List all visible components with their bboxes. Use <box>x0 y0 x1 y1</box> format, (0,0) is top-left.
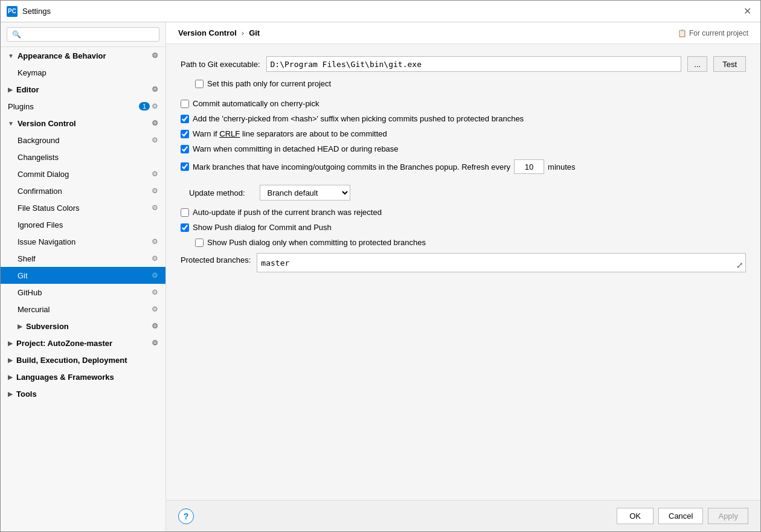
chevron-right-icon: ▶ <box>8 357 13 364</box>
settings-icon: ⚙ <box>150 51 159 60</box>
auto-update-label[interactable]: Auto-update if push of the current branc… <box>193 208 382 217</box>
minutes-label: minutes <box>548 162 576 171</box>
settings-icon: ⚙ <box>150 101 159 111</box>
sidebar-item-keymap[interactable]: Keymap <box>1 64 165 81</box>
settings-content: Path to Git executable: ... Test Set thi… <box>166 44 760 500</box>
show-push-protected-row: Show Push dialog only when committing to… <box>195 238 746 247</box>
show-push-dialog-label[interactable]: Show Push dialog for Commit and Push <box>193 223 332 232</box>
breadcrumb: Version Control › Git 📋 For current proj… <box>166 22 760 44</box>
sidebar-item-languages[interactable]: ▶ Languages & Frameworks <box>1 368 165 385</box>
apply-button[interactable]: Apply <box>708 508 748 524</box>
set-path-only-row: Set this path only for current project <box>195 79 746 88</box>
add-suffix-checkbox[interactable] <box>181 115 189 123</box>
show-push-dialog-checkbox[interactable] <box>181 223 189 232</box>
settings-icon: ⚙ <box>150 338 159 348</box>
mark-branches-checkbox[interactable] <box>181 162 189 171</box>
sidebar-item-github[interactable]: GitHub ⚙ <box>1 284 165 301</box>
update-method-row: Update method: Branch default Merge Reba… <box>181 185 746 200</box>
sidebar-item-changelists[interactable]: Changelists <box>1 149 165 165</box>
settings-window: PC Settings ✕ ▼ Appearance & Behavior ⚙ … <box>0 0 761 532</box>
cherry-pick-label[interactable]: Commit automatically on cherry-pick <box>193 99 319 108</box>
sidebar-item-commit-dialog[interactable]: Commit Dialog ⚙ <box>1 165 165 182</box>
settings-icon: ⚙ <box>150 118 159 128</box>
warn-crlf-row: Warn if CRLF line separators are about t… <box>181 129 746 138</box>
search-box <box>1 22 165 47</box>
sidebar-item-plugins[interactable]: Plugins 1 ⚙ <box>1 98 165 115</box>
footer: ? OK Cancel Apply <box>166 500 760 531</box>
auto-update-checkbox[interactable] <box>181 208 189 217</box>
sidebar-item-tools[interactable]: ▶ Tools <box>1 385 165 402</box>
sidebar-item-version-control[interactable]: ▼ Version Control ⚙ <box>1 115 165 132</box>
sidebar-item-subversion[interactable]: ▶ Subversion ⚙ <box>1 318 165 335</box>
refresh-minutes-input[interactable] <box>514 159 544 174</box>
sidebar-item-git[interactable]: Git ⚙ <box>1 267 165 284</box>
breadcrumb-separator: › <box>242 28 244 37</box>
sidebar-item-mercurial[interactable]: Mercurial ⚙ <box>1 301 165 318</box>
sidebar-item-project[interactable]: ▶ Project: AutoZone-master ⚙ <box>1 335 165 351</box>
settings-icon: ⚙ <box>150 237 159 246</box>
add-suffix-row: Add the 'cherry-picked from <hash>' suff… <box>181 114 746 123</box>
breadcrumb-current: Git <box>249 28 260 37</box>
sidebar-item-appearance[interactable]: ▼ Appearance & Behavior ⚙ <box>1 47 165 64</box>
show-push-protected-label[interactable]: Show Push dialog only when committing to… <box>207 238 426 247</box>
protected-branches-label: Protected branches: <box>181 253 251 264</box>
settings-icon: ⚙ <box>150 135 159 145</box>
footer-left: ? <box>178 508 194 524</box>
show-push-dialog-row: Show Push dialog for Commit and Push <box>181 223 746 232</box>
settings-icon: ⚙ <box>150 254 159 263</box>
settings-icon: ⚙ <box>150 85 159 94</box>
add-suffix-label[interactable]: Add the 'cherry-picked from <hash>' suff… <box>193 114 524 123</box>
chevron-right-icon: ▶ <box>8 374 13 380</box>
mark-branches-label-prefix[interactable]: Mark branches that have incoming/outgoin… <box>193 162 510 171</box>
sidebar-item-editor[interactable]: ▶ Editor ⚙ <box>1 81 165 98</box>
chevron-down-icon: ▼ <box>8 120 14 127</box>
sidebar-item-background[interactable]: Background ⚙ <box>1 132 165 149</box>
window-title: Settings <box>22 7 735 16</box>
set-path-only-label[interactable]: Set this path only for current project <box>207 79 331 88</box>
settings-icon: ⚙ <box>150 287 159 297</box>
sidebar-item-issue-navigation[interactable]: Issue Navigation ⚙ <box>1 233 165 250</box>
close-button[interactable]: ✕ <box>740 4 754 19</box>
breadcrumb-parent: Version Control <box>178 28 237 37</box>
settings-icon: ⚙ <box>150 186 159 196</box>
set-path-only-checkbox[interactable] <box>195 80 204 88</box>
sidebar-item-ignored-files[interactable]: Ignored Files <box>1 216 165 233</box>
sidebar-item-build[interactable]: ▶ Build, Execution, Deployment <box>1 351 165 368</box>
chevron-right-icon: ▶ <box>8 391 13 397</box>
mark-branches-row: Mark branches that have incoming/outgoin… <box>181 159 746 174</box>
test-button[interactable]: Test <box>713 56 746 72</box>
expand-icon[interactable]: ⤢ <box>736 260 743 270</box>
sidebar: ▼ Appearance & Behavior ⚙ Keymap ▶ Edito… <box>1 22 166 531</box>
warn-detached-checkbox[interactable] <box>181 145 189 153</box>
chevron-right-icon: ▶ <box>18 323 22 330</box>
settings-icon: ⚙ <box>150 304 159 314</box>
plugins-badge: 1 <box>139 102 150 111</box>
main-panel: Version Control › Git 📋 For current proj… <box>166 22 760 531</box>
update-method-label: Update method: <box>181 186 254 200</box>
warn-detached-label[interactable]: Warn when committing in detached HEAD or… <box>193 144 399 153</box>
title-bar: PC Settings ✕ <box>1 1 760 22</box>
show-push-protected-checkbox[interactable] <box>195 239 204 247</box>
chevron-right-icon: ▶ <box>8 86 13 93</box>
settings-icon: ⚙ <box>150 271 159 280</box>
browse-button[interactable]: ... <box>687 56 707 72</box>
warn-crlf-label[interactable]: Warn if CRLF line separators are about t… <box>193 129 387 138</box>
sidebar-item-file-status-colors[interactable]: File Status Colors ⚙ <box>1 199 165 216</box>
cancel-button[interactable]: Cancel <box>658 508 703 524</box>
sidebar-item-shelf[interactable]: Shelf ⚙ <box>1 250 165 267</box>
project-label: For current project <box>689 29 748 37</box>
auto-update-row: Auto-update if push of the current branc… <box>181 208 746 217</box>
ok-button[interactable]: OK <box>617 508 653 524</box>
warn-detached-row: Warn when committing in detached HEAD or… <box>181 144 746 153</box>
sidebar-item-confirmation[interactable]: Confirmation ⚙ <box>1 182 165 199</box>
help-button[interactable]: ? <box>178 508 194 524</box>
update-method-select[interactable]: Branch default Merge Rebase <box>260 185 350 200</box>
search-input[interactable] <box>7 27 159 42</box>
protected-branches-row: Protected branches: ⤢ <box>181 253 746 272</box>
warn-crlf-checkbox[interactable] <box>181 130 189 138</box>
protected-branches-input[interactable] <box>257 253 746 272</box>
cherry-pick-checkbox[interactable] <box>181 100 189 108</box>
git-path-input[interactable] <box>266 56 682 72</box>
chevron-right-icon: ▶ <box>8 340 13 347</box>
cherry-pick-row: Commit automatically on cherry-pick <box>181 99 746 108</box>
